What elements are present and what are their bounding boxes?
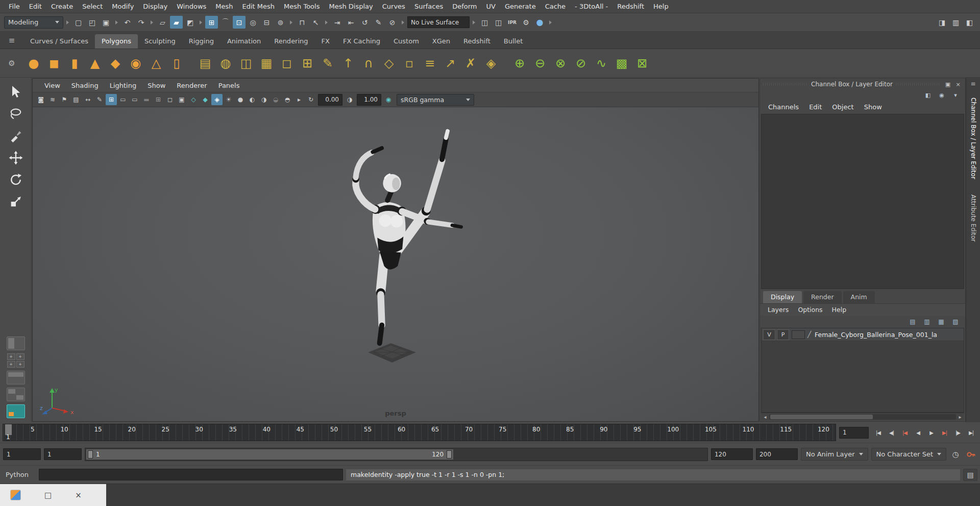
group-separator[interactable]	[114, 15, 119, 30]
playback-start-field[interactable]	[44, 448, 82, 460]
viewport-menu-item[interactable]: Renderer	[171, 81, 212, 90]
group-separator[interactable]	[471, 15, 477, 30]
shelf-tab[interactable]: Sculpting	[138, 34, 182, 49]
menu-item[interactable]: Select	[78, 1, 107, 12]
motion-blur-icon[interactable]: ◑	[258, 94, 270, 105]
make-object-live-icon[interactable]: ⊚	[274, 16, 287, 29]
input-connections-icon[interactable]: ⇥	[331, 16, 344, 29]
gate-mask-icon[interactable]: ▬	[141, 94, 152, 105]
poly-plane-icon[interactable]: ◆	[105, 53, 126, 74]
layer-editor-menu-item[interactable]: Options	[793, 305, 827, 315]
channel-options-icon[interactable]: ▾	[951, 90, 960, 100]
bevel-icon[interactable]: ◇	[379, 53, 399, 74]
shelf-tab[interactable]: Redshift	[457, 34, 497, 49]
go-to-playback-start-button[interactable]: |◀	[872, 426, 885, 439]
layer-editor-menu-item[interactable]: Layers	[763, 305, 793, 315]
render-settings-icon[interactable]: ⚙	[520, 16, 532, 29]
menu-item[interactable]: Display	[138, 1, 172, 12]
menu-item[interactable]: Mesh Tools	[279, 1, 324, 12]
grease-pencil-scene-icon[interactable]: ✎	[372, 16, 385, 29]
snap-to-grid-icon[interactable]: ⊞	[205, 16, 218, 29]
add-divisions-icon[interactable]: ⊞	[297, 53, 317, 74]
auto-keyframe-toggle-icon[interactable]	[965, 448, 977, 461]
channel-speed-icon[interactable]: ◉	[937, 90, 946, 100]
insert-edge-loop-icon[interactable]: ≡	[420, 53, 440, 74]
menu-item[interactable]: - 3DtoAll -	[570, 1, 612, 12]
layer-color-swatch[interactable]	[792, 330, 805, 339]
project-curve-icon[interactable]: ∿	[591, 53, 611, 74]
layer-editor-menu-item[interactable]: Help	[827, 305, 851, 315]
render-current-frame-icon[interactable]: ◫	[478, 16, 491, 29]
boolean-difference-icon[interactable]: ⊖	[530, 53, 550, 74]
go-to-playback-end-button[interactable]: ▶|	[965, 426, 977, 439]
poly-cylinder-icon[interactable]: ▮	[64, 53, 85, 74]
lock-selection-icon[interactable]: ⊓	[296, 16, 308, 29]
layout-three-pane-button[interactable]	[7, 371, 25, 384]
window-restore-button[interactable]: □	[44, 491, 52, 500]
channel-box-menu-item[interactable]: Object	[827, 102, 859, 112]
animation-preferences-icon[interactable]: ◷	[949, 448, 962, 461]
menu-item[interactable]: Windows	[172, 1, 211, 12]
viewport-menu-item[interactable]: View	[39, 81, 66, 90]
group-separator[interactable]	[324, 15, 329, 30]
layer-visibility-toggle[interactable]: V	[763, 329, 775, 340]
circularize-icon[interactable]: ▫	[399, 53, 420, 74]
subdivide-icon[interactable]: ▦	[256, 53, 277, 74]
shelf-tab[interactable]: FX	[315, 34, 336, 49]
move-selected-to-layer-icon[interactable]: ▤	[908, 317, 917, 326]
menu-item[interactable]: File	[4, 1, 24, 12]
layer-name[interactable]: Female_Cyborg_Ballerina_Pose_001_la	[815, 331, 964, 339]
shelf-tab[interactable]: Polygons	[95, 34, 138, 49]
step-forward-key-button[interactable]: ▶|	[938, 426, 951, 439]
menu-item[interactable]: Edit	[24, 1, 46, 12]
textured-mode-icon[interactable]: ◈	[211, 94, 223, 105]
poly-cube-icon[interactable]: ◼	[44, 53, 64, 74]
new-scene-icon[interactable]: ▢	[72, 16, 85, 29]
layer-row[interactable]: V P ╱ Female_Cyborg_Ballerina_Pose_001_l…	[762, 328, 964, 341]
shaded-mode-icon[interactable]: ◆	[200, 94, 211, 105]
sidebar-panel-tab[interactable]: Attribute Editor	[969, 190, 977, 246]
taskbar-app-icon[interactable]	[10, 490, 21, 500]
live-surface-field[interactable]	[407, 16, 470, 28]
group-separator[interactable]	[65, 15, 70, 30]
offset-edge-loop-icon[interactable]: ↗	[440, 53, 460, 74]
camera-attributes-icon[interactable]: ≋	[47, 94, 58, 105]
paint-select-tool-button[interactable]	[5, 125, 27, 147]
ballerina-model[interactable]	[284, 107, 488, 393]
extrude-icon[interactable]: ↑	[338, 53, 358, 74]
command-language-toggle[interactable]: Python	[3, 471, 36, 478]
grid-toggle-icon[interactable]: ⊞	[106, 94, 117, 105]
channel-box-menu-item[interactable]: Show	[859, 102, 887, 112]
quad-draw-icon[interactable]: ▩	[611, 53, 632, 74]
shadows-icon[interactable]: ●	[235, 94, 246, 105]
viewport-menu-item[interactable]: Panels	[213, 81, 246, 90]
menu-item[interactable]: Mesh Display	[324, 1, 377, 12]
menu-item[interactable]: Help	[649, 1, 673, 12]
step-back-frame-button[interactable]: ◀|	[885, 426, 898, 439]
menu-item[interactable]: Redshift	[612, 1, 649, 12]
group-separator[interactable]	[149, 15, 155, 30]
select-by-hierarchy-icon[interactable]: ▱	[156, 16, 169, 29]
layer-options-icon[interactable]: ▧	[951, 317, 960, 326]
smooth-icon[interactable]: ◍	[215, 53, 236, 74]
ambient-occlusion-icon[interactable]: ◐	[247, 94, 258, 105]
select-tool-button[interactable]	[5, 81, 27, 103]
smooth-preview-icon[interactable]: ◻	[277, 53, 297, 74]
viewport-3d[interactable]: x y z persp	[33, 107, 758, 421]
command-input[interactable]	[39, 469, 343, 480]
poly-sphere-icon[interactable]: ●	[23, 53, 44, 74]
bridge-icon[interactable]: ∩	[358, 53, 379, 74]
shelf-tab[interactable]: Curves / Surfaces	[23, 34, 95, 49]
group-separator[interactable]	[548, 15, 553, 30]
grease-pencil-icon[interactable]: ✎	[94, 94, 105, 105]
exposure-field[interactable]	[318, 94, 342, 106]
channel-box-menu-item[interactable]: Edit	[804, 102, 827, 112]
ipr-render-icon[interactable]: IPR	[506, 16, 519, 29]
hypershade-icon[interactable]: ●	[533, 16, 546, 29]
highlight-selection-mode-icon[interactable]: ↖	[309, 16, 322, 29]
playback-end-field[interactable]	[711, 448, 753, 460]
delete-edge-icon[interactable]: ✗	[460, 53, 481, 74]
menu-item[interactable]: Create	[46, 1, 78, 12]
anim-layer-dropdown[interactable]: No Anim Layer	[801, 448, 868, 461]
empty-layer-icon[interactable]: ▥	[922, 317, 932, 326]
